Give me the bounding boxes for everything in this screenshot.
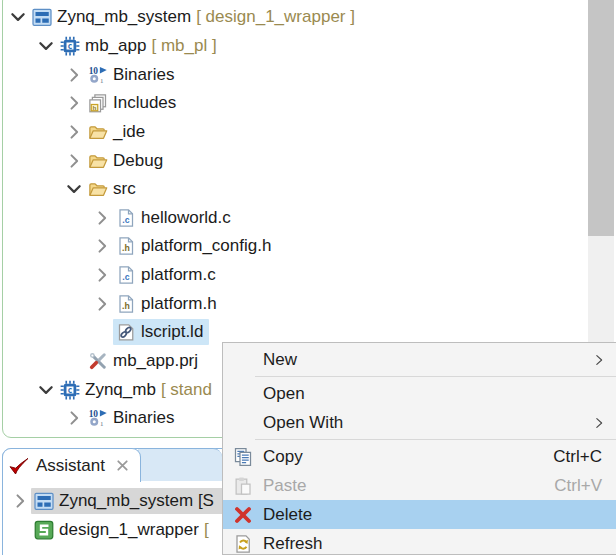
h-file-icon: .h: [115, 235, 137, 257]
menu-shortcut: Ctrl+V: [554, 476, 602, 496]
tree-item-label: Includes: [113, 93, 176, 113]
tree-item-includes[interactable]: hIncludes: [3, 89, 616, 118]
folder-icon: [87, 178, 109, 200]
chevron-right-icon[interactable]: [63, 64, 85, 86]
chip-icon: c: [59, 35, 81, 57]
chevron-right-icon[interactable]: [9, 490, 31, 512]
tree-item-platform-config-h[interactable]: .hplatform_config.h: [3, 232, 616, 261]
tree-item-label: Zynq_mb_system: [57, 7, 191, 27]
tree-item-label: platform.c: [141, 265, 216, 285]
submenu-arrow-icon: [588, 353, 610, 367]
menu-item-paste[interactable]: PasteCtrl+V: [223, 471, 616, 500]
tools-icon: [87, 350, 109, 372]
tree-item-src[interactable]: src: [3, 175, 616, 204]
svg-text:10: 10: [89, 409, 99, 419]
chevron-right-icon[interactable]: [63, 407, 85, 429]
svg-text:.c: .c: [122, 272, 129, 282]
item-content: src: [85, 176, 142, 202]
svg-text:1: 1: [100, 77, 104, 84]
tree-item-label: Zynq_mb_system [S: [59, 491, 214, 511]
svg-text:c: c: [68, 384, 73, 394]
twisty-spacer: [91, 321, 113, 343]
chevron-down-icon[interactable]: [7, 6, 29, 28]
tab-assistant[interactable]: Assistant: [2, 448, 141, 482]
tree-item-label: platform_config.h: [141, 236, 271, 256]
item-content: mb_app.prj: [85, 348, 204, 374]
tabbar-background: [138, 448, 222, 481]
paste-icon: [231, 476, 255, 496]
tree-item-platform-h[interactable]: .hplatform.h: [3, 289, 616, 318]
tree-item-suffix: [ design_1_wrapper ]: [196, 7, 355, 27]
tree-item-label: Binaries: [113, 65, 174, 85]
tree-item-label: helloworld.c: [141, 208, 231, 228]
menu-item-new[interactable]: New: [223, 345, 616, 374]
tab-assistant-label: Assistant: [36, 456, 105, 476]
tree-item-suffix: [ stand: [161, 380, 212, 400]
chevron-down-icon[interactable]: [63, 178, 85, 200]
tree-item-label: Debug: [113, 151, 163, 171]
tree-item-ide[interactable]: _ide: [3, 118, 616, 147]
tree-item-platform-c[interactable]: .cplatform.c: [3, 261, 616, 290]
chevron-right-icon[interactable]: [91, 264, 113, 286]
binaries-icon: 101: [87, 64, 109, 86]
menu-item-label: Refresh: [263, 534, 323, 554]
delete-icon: [231, 505, 255, 525]
item-content: hIncludes: [85, 90, 182, 116]
item-content: Debug: [85, 148, 169, 174]
item-content: .cplatform.c: [113, 262, 222, 288]
menu-item-label: Open With: [263, 413, 343, 433]
menu-item-refresh[interactable]: Refresh: [223, 529, 616, 555]
menu-item-copy[interactable]: CopyCtrl+C: [223, 442, 616, 471]
tree-item-debug[interactable]: Debug: [3, 146, 616, 175]
menu-item-delete[interactable]: Delete: [223, 500, 616, 529]
chevron-down-icon[interactable]: [35, 35, 57, 57]
chevron-right-icon[interactable]: [91, 207, 113, 229]
svg-text:c: c: [68, 40, 73, 50]
includes-icon: h: [87, 92, 109, 114]
chevron-right-icon[interactable]: [63, 121, 85, 143]
chip-icon: c: [59, 379, 81, 401]
item-content: cmb_app[ mb_pl ]: [57, 33, 223, 59]
close-icon[interactable]: [111, 458, 130, 473]
system-icon: [33, 490, 55, 512]
tree-item-zynq-mb-system[interactable]: Zynq_mb_system[ design_1_wrapper ]: [3, 3, 616, 32]
menu-shortcut: Ctrl+C: [553, 447, 602, 467]
tree-item-label: Binaries: [113, 408, 174, 428]
menu-item-label: New: [263, 350, 297, 370]
menu-item-open-with[interactable]: Open With: [223, 408, 616, 437]
menu-item-label: Delete: [263, 505, 312, 525]
tree-item-label: mb_app.prj: [113, 351, 198, 371]
twisty-spacer: [9, 519, 31, 541]
item-content: .chelloworld.c: [113, 205, 237, 231]
tree-item-label: mb_app: [85, 36, 146, 56]
chevron-right-icon[interactable]: [63, 150, 85, 172]
tree-item-suffix: [: [204, 520, 209, 540]
menu-item-label: Copy: [263, 447, 303, 467]
c-file-icon: .c: [115, 207, 137, 229]
tree-item-label: design_1_wrapper: [59, 520, 199, 540]
c-file-icon: .c: [115, 264, 137, 286]
tree-item-label: lscript.ld: [141, 322, 203, 342]
tree-item-mb-app[interactable]: cmb_app[ mb_pl ]: [3, 32, 616, 61]
binaries-icon: 101: [87, 407, 109, 429]
h-file-icon: .h: [115, 293, 137, 315]
chevron-down-icon[interactable]: [35, 379, 57, 401]
menu-item-open[interactable]: Open: [223, 379, 616, 408]
scrollbar-thumb[interactable]: [588, 0, 614, 236]
chevron-right-icon[interactable]: [91, 235, 113, 257]
tree-item-label: Zynq_mb: [85, 380, 156, 400]
context-menu: NewOpenOpen WithCopyCtrl+CPasteCtrl+VDel…: [222, 342, 616, 555]
design-icon: [33, 519, 55, 541]
copy-icon: [231, 447, 255, 467]
tree-item-binaries[interactable]: 101Binaries: [3, 60, 616, 89]
chevron-right-icon[interactable]: [91, 293, 113, 315]
system-icon: [31, 6, 53, 28]
menu-separator: [255, 439, 616, 440]
tree-item-helloworld-c[interactable]: .chelloworld.c: [3, 203, 616, 232]
menu-item-label: Paste: [263, 476, 306, 496]
tree-item-label: _ide: [113, 122, 145, 142]
item-content: 101Binaries: [85, 405, 180, 431]
svg-text:1: 1: [100, 420, 104, 427]
chevron-right-icon[interactable]: [63, 92, 85, 114]
item-content: _ide: [85, 119, 151, 145]
